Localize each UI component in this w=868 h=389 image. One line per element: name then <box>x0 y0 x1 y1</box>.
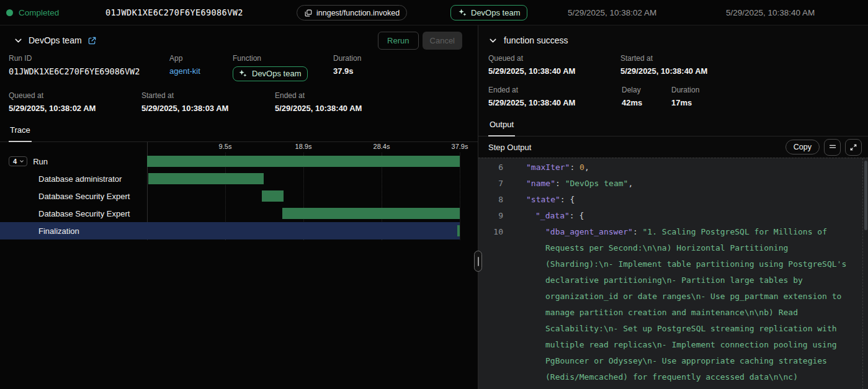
delay-label: Delay <box>622 86 671 94</box>
row-label: Database Security Expert <box>38 209 130 218</box>
run-details-panel: DevOps team Rerun Cancel Run ID 01JWDK1X… <box>0 25 478 389</box>
app-field: App agent-kit <box>169 54 233 76</box>
step-details-panel: function success Queued at 5/29/2025, 10… <box>478 25 868 389</box>
started-at-label: Started at <box>141 91 275 100</box>
duration-label: Duration <box>333 54 361 63</box>
started-at-field: Started at 5/29/2025, 10:38:40 AM <box>620 54 707 76</box>
function-badge-label: DevOps team <box>252 69 301 78</box>
function-badge[interactable]: DevOps team <box>233 66 308 81</box>
function-field: Function DevOps team <box>233 54 333 81</box>
app-link[interactable]: agent-kit <box>169 66 233 76</box>
function-badge-top-label: DevOps team <box>471 8 520 17</box>
step-output-code[interactable]: 6 "maxIter": 0, 7 "name": "DevOps team",… <box>478 158 868 389</box>
duration-field: Duration 37.9s <box>333 54 361 76</box>
duration-value: 17ms <box>671 98 699 107</box>
expand-icon <box>849 143 857 151</box>
span-bar <box>147 156 460 167</box>
cancel-button: Cancel <box>423 32 462 50</box>
timeline-rows: 4 Run Database administrator Dat <box>0 153 478 239</box>
top-run-id: 01JWDK1XE6C270F6YE69086VW2 <box>105 0 243 25</box>
step-output-title: Step Output <box>488 143 531 152</box>
right-tab-bar: Output <box>478 118 868 136</box>
top-queued-time: 5/29/2025, 10:38:02 AM <box>568 0 656 25</box>
code-scrollbar[interactable] <box>862 158 868 389</box>
tick-label: 18.9s <box>295 143 312 150</box>
step-times-grid-2: Ended at 5/29/2025, 10:38:40 AM Delay 42… <box>478 86 868 107</box>
panel-resize-handle[interactable] <box>474 251 482 272</box>
function-label: Function <box>233 54 333 63</box>
resize-grip-icon <box>478 257 479 266</box>
run-id-field: Run ID 01JWDK1XE6C270F6YE69086VW2 <box>9 54 169 76</box>
line-number: 10 <box>478 224 503 389</box>
run-id-label: Run ID <box>9 54 169 63</box>
status-dot-icon <box>6 9 13 16</box>
row-label: Database administrator <box>38 174 122 184</box>
function-badge-top[interactable]: DevOps team <box>450 5 527 20</box>
ended-at-label: Ended at <box>275 91 362 100</box>
code-line: 9 "_data": { <box>478 208 868 224</box>
duration-value: 37.9s <box>333 66 361 76</box>
row-label: Finalization <box>38 226 79 236</box>
queued-at-value: 5/29/2025, 10:38:02 AM <box>9 104 141 113</box>
wrap-text-button[interactable] <box>824 139 841 156</box>
delay-field: Delay 42ms <box>622 86 671 107</box>
left-tab-bar: Trace <box>0 124 478 142</box>
row-label: Database Security Expert <box>38 192 130 201</box>
sparkles-icon <box>458 8 467 17</box>
copy-button[interactable]: Copy <box>785 140 820 154</box>
timeline-row-run[interactable]: 4 Run <box>0 153 478 170</box>
started-at-value: 5/29/2025, 10:38:40 AM <box>620 66 707 76</box>
chevron-down-icon[interactable] <box>488 36 498 45</box>
ended-at-field: Ended at 5/29/2025, 10:38:40 AM <box>488 86 622 107</box>
row-label: Run <box>33 157 48 166</box>
timeline-ticks: 9.5s 18.9s 28.4s 37.9s <box>147 143 460 153</box>
event-copy-icon <box>304 9 313 17</box>
timeline-row-step[interactable]: Database Security Expert <box>0 205 478 222</box>
sparkles-icon <box>238 69 248 78</box>
external-link-icon[interactable] <box>87 36 97 45</box>
chevron-down-icon[interactable] <box>14 36 23 45</box>
code-line: 6 "maxIter": 0, <box>478 159 868 176</box>
span-count-dropdown[interactable]: 4 <box>9 156 27 166</box>
run-title: DevOps team <box>29 35 82 45</box>
tab-trace[interactable]: Trace <box>9 125 32 142</box>
span-bar <box>457 225 460 236</box>
top-ended-time: 5/29/2025, 10:38:40 AM <box>726 0 815 25</box>
timeline-row-step[interactable]: Database administrator <box>0 170 478 187</box>
ended-at-label: Ended at <box>488 86 622 94</box>
wrap-text-icon <box>828 143 837 151</box>
started-at-label: Started at <box>620 54 707 63</box>
queued-at-field: Queued at 5/29/2025, 10:38:40 AM <box>488 54 620 76</box>
started-at-field: Started at 5/29/2025, 10:38:03 AM <box>141 91 275 113</box>
trace-timeline: 9.5s 18.9s 28.4s 37.9s 4 Run <box>0 142 478 245</box>
code-line: 8 "state": { <box>478 192 868 208</box>
run-status: Completed <box>6 0 59 25</box>
chevron-down-icon <box>19 159 24 164</box>
delay-value: 42ms <box>622 98 671 107</box>
tick-label: 9.5s <box>219 143 232 150</box>
step-header: function success <box>478 25 868 49</box>
tick-label: 28.4s <box>374 143 390 150</box>
run-info-grid: Run ID 01JWDK1XE6C270F6YE69086VW2 App ag… <box>0 54 478 81</box>
span-count: 4 <box>13 158 17 165</box>
status-label: Completed <box>19 8 59 17</box>
rerun-button[interactable]: Rerun <box>378 32 418 50</box>
line-number: 9 <box>478 208 503 224</box>
timeline-row-step-selected[interactable]: Finalization <box>0 222 478 239</box>
timeline-row-step[interactable]: Database Security Expert <box>0 187 478 205</box>
run-id-value: 01JWDK1XE6C270F6YE69086VW2 <box>9 66 169 76</box>
event-badge[interactable]: inngest/function.invoked <box>297 5 407 20</box>
queued-at-field: Queued at 5/29/2025, 10:38:02 AM <box>9 91 141 113</box>
step-times-grid-1: Queued at 5/29/2025, 10:38:40 AM Started… <box>478 54 868 76</box>
expand-button[interactable] <box>845 139 862 156</box>
top-bar: Completed 01JWDK1XE6C270F6YE69086VW2 inn… <box>0 0 868 25</box>
started-at-value: 5/29/2025, 10:38:03 AM <box>141 104 275 113</box>
tab-output[interactable]: Output <box>488 120 515 136</box>
line-number: 7 <box>478 176 503 192</box>
code-line: 7 "name": "DevOps team", <box>478 176 868 192</box>
queued-at-label: Queued at <box>9 91 141 100</box>
span-bar <box>148 173 264 184</box>
code-scrollbar-thumb[interactable] <box>864 161 867 230</box>
event-badge-label: inngest/function.invoked <box>316 9 400 17</box>
duration-label: Duration <box>671 86 699 94</box>
